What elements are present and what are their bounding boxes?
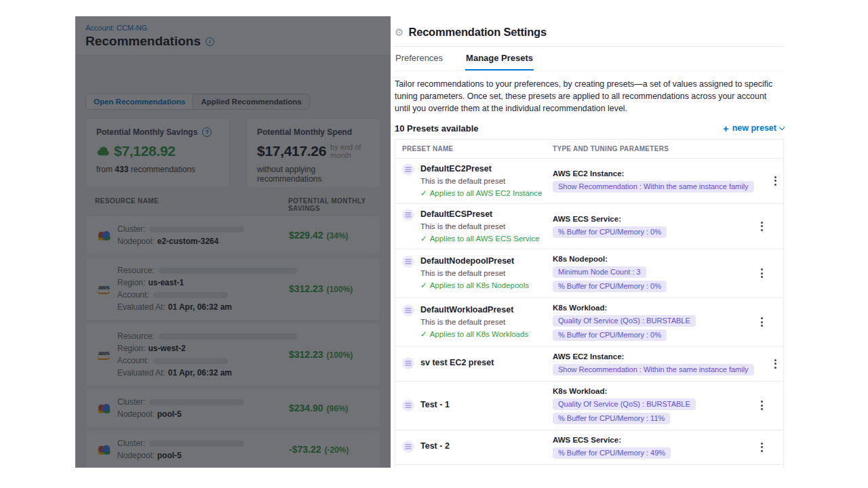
kebab-menu-button[interactable]	[770, 357, 781, 371]
preset-name: DefaultWorkloadPreset	[420, 305, 528, 315]
column-type-and-tuning-parameters: TYPE AND TUNING PARAMETERS	[553, 145, 740, 152]
tuning-parameter-chip: % Buffer for CPU/Memory : 0%	[553, 226, 667, 238]
preset-name: sv test EC2 preset	[420, 358, 494, 368]
preset-name: DefaultECSPreset	[420, 209, 540, 220]
preset-row[interactable]: DefaultWorkloadPresetThis is the default…	[395, 298, 783, 347]
kebab-menu-button[interactable]	[757, 398, 767, 413]
preset-type-label: AWS EC2 Instance:	[553, 352, 624, 361]
presets-count: 10 Presets available	[395, 123, 479, 134]
presets-toolbar: 10 Presets available + new preset	[395, 123, 784, 134]
preset-name: DefaultNodepoolPreset	[420, 256, 529, 266]
tuning-parameter-chip: % Buffer for CPU/Memory : 11%	[553, 413, 670, 424]
preset-name: Test - 2	[420, 441, 450, 451]
preset-row[interactable]: DefaultEC2PresetThis is the default pres…	[395, 159, 783, 204]
preset-row[interactable]: Test - 2AWS ECS Service:% Buffer for CPU…	[395, 430, 783, 465]
presets-table-header: PRESET NAME TYPE AND TUNING PARAMETERS	[395, 140, 783, 159]
tuning-parameter-chip: % Buffer for CPU/Memory : 0%	[553, 281, 667, 292]
page: Account: CCM-NG Recommendations i Open R…	[0, 0, 868, 488]
preset-description: This is the default preset	[420, 269, 529, 278]
preset-description: This is the default preset	[420, 177, 542, 186]
kebab-menu-button[interactable]	[770, 174, 781, 188]
drawer-backdrop[interactable]	[75, 16, 391, 468]
presets-table: PRESET NAME TYPE AND TUNING PARAMETERS D…	[395, 139, 784, 468]
recommendation-settings-drawer: ⚙ Recommendation Settings Preferences Ma…	[391, 16, 792, 468]
tuning-parameter-chip: % Buffer for CPU/Memory : 0%	[553, 329, 667, 341]
tuning-parameter-chip: Quality Of Service (QoS) : BURSTABLE	[553, 315, 696, 327]
kebab-menu-button[interactable]	[757, 314, 767, 329]
drag-handle-icon[interactable]	[402, 256, 414, 268]
preset-type-label: AWS ECS Service:	[553, 215, 621, 223]
tuning-parameter-chip: % Buffer for CPU/Memory : 49%	[553, 447, 671, 459]
drag-handle-icon[interactable]	[402, 357, 414, 369]
preset-row[interactable]: DefaultNodepoolPresetThis is the default…	[395, 249, 783, 298]
preset-row[interactable]: Test - 3AWS ECS Service:% Buffer for CPU…	[395, 465, 783, 468]
column-preset-name: PRESET NAME	[402, 145, 553, 152]
drag-handle-icon[interactable]	[402, 163, 414, 176]
preset-applies-to: ✓Applies to all AWS ECS Service	[420, 235, 540, 243]
drag-handle-icon[interactable]	[402, 304, 414, 317]
check-icon: ✓	[420, 281, 427, 289]
drag-handle-icon[interactable]	[402, 209, 414, 221]
preset-row[interactable]: Test - 1K8s Workload:Quality Of Service …	[395, 382, 783, 430]
preset-row[interactable]: DefaultECSPresetThis is the default pres…	[395, 204, 783, 249]
tab-preferences[interactable]: Preferences	[395, 47, 443, 70]
check-icon: ✓	[420, 235, 427, 243]
new-preset-label: new preset	[732, 123, 776, 133]
check-icon: ✓	[420, 330, 427, 338]
check-icon: ✓	[420, 189, 427, 197]
plus-icon: +	[723, 123, 729, 134]
preset-type-label: K8s Workload:	[553, 387, 607, 395]
preset-type-label: AWS EC2 Instance:	[553, 169, 624, 178]
tuning-parameter-chip: Quality Of Service (QoS) : BURSTABLE	[553, 399, 696, 410]
preset-applies-to: ✓Applies to all K8s Nodepools	[420, 281, 529, 290]
preset-description: This is the default preset	[420, 318, 528, 327]
recommendations-page: Account: CCM-NG Recommendations i Open R…	[75, 16, 391, 468]
preset-type-label: K8s Nodepool:	[553, 255, 608, 263]
drag-handle-icon[interactable]	[402, 399, 414, 411]
preset-applies-to: ✓Applies to all AWS EC2 Instance	[420, 189, 542, 198]
preset-name: Test - 1	[420, 400, 450, 410]
drag-handle-icon[interactable]	[402, 441, 414, 453]
tab-manage-presets[interactable]: Manage Presets	[465, 47, 534, 70]
kebab-menu-button[interactable]	[757, 440, 767, 455]
preset-description: This is the default preset	[420, 222, 540, 231]
presets-description: Tailor recommendations to your preferenc…	[395, 79, 784, 115]
preset-applies-to: ✓Applies to all K8s Workloads	[420, 330, 528, 339]
kebab-menu-button[interactable]	[757, 266, 767, 281]
preset-row[interactable]: sv test EC2 presetAWS EC2 Instance:Show …	[395, 347, 783, 382]
presets-table-body: DefaultEC2PresetThis is the default pres…	[395, 159, 783, 468]
tuning-parameter-chip: Minimum Node Count : 3	[553, 266, 646, 278]
tuning-parameter-chip: Show Recommendation : Within the same in…	[553, 181, 754, 192]
settings-tabs: Preferences Manage Presets	[395, 47, 784, 71]
tuning-parameter-chip: Show Recommendation : Within the same in…	[553, 364, 754, 375]
preset-name: DefaultEC2Preset	[420, 164, 542, 174]
preset-type-label: AWS ECS Service:	[553, 436, 621, 444]
preset-type-label: K8s Workload:	[553, 304, 607, 312]
drawer-header: ⚙ Recommendation Settings	[395, 22, 784, 47]
chevron-down-icon	[779, 125, 785, 130]
new-preset-button[interactable]: + new preset	[723, 123, 784, 134]
drawer-title: Recommendation Settings	[408, 26, 547, 39]
app-window: Account: CCM-NG Recommendations i Open R…	[75, 16, 792, 468]
kebab-menu-button[interactable]	[757, 219, 767, 234]
gear-icon: ⚙	[395, 27, 403, 37]
